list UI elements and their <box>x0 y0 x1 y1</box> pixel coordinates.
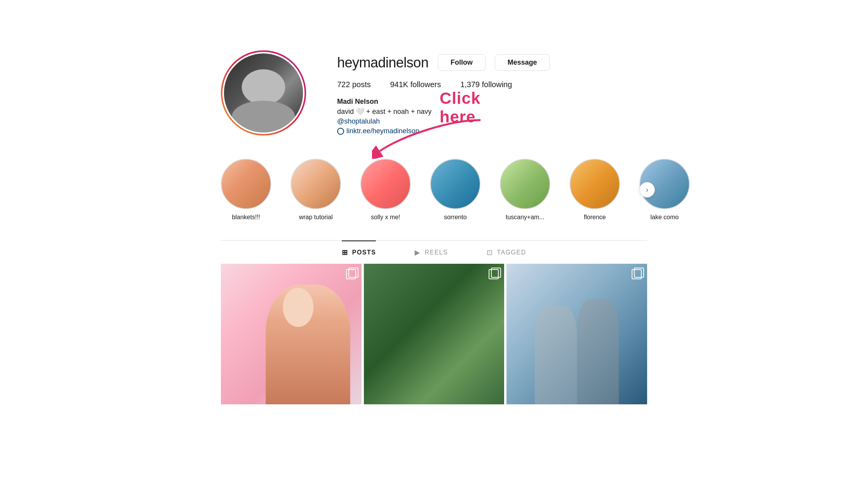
story-circle-blankets <box>221 159 271 209</box>
stories-section: blankets!!! wrap tutorial solly x me! so… <box>221 159 647 221</box>
avatar-gradient-ring <box>221 50 306 136</box>
bio-name: Madi Nelson <box>337 98 647 106</box>
posts-grid-icon: ⊞ <box>342 248 348 257</box>
followers-count[interactable]: 941K followers <box>390 80 441 89</box>
multi-post-indicator-2 <box>489 269 499 279</box>
stories-next-button[interactable]: › <box>639 182 655 198</box>
story-label-sorrento: sorrento <box>444 214 467 221</box>
link-icon <box>337 128 344 135</box>
posts-grid <box>221 264 647 404</box>
reels-icon: ▶ <box>415 248 421 257</box>
message-button[interactable]: Message <box>495 54 550 71</box>
story-item-florence[interactable]: florence <box>570 159 620 221</box>
story-circle-tuscany <box>500 159 550 209</box>
story-circle-solly <box>360 159 411 209</box>
multi-post-indicator-3 <box>632 269 642 279</box>
stats-row: 722 posts 941K followers 1,379 following <box>337 80 647 89</box>
tab-tagged-label: TAGGED <box>497 249 526 256</box>
tab-posts[interactable]: ⊞ POSTS <box>342 241 376 264</box>
tab-posts-label: POSTS <box>352 249 376 256</box>
story-circle-wrap <box>291 159 341 209</box>
tab-reels[interactable]: ▶ REELS <box>415 241 448 264</box>
story-item-blankets[interactable]: blankets!!! <box>221 159 271 221</box>
username-row: heymadinelson Follow Message <box>337 54 647 71</box>
story-label-florence: florence <box>584 214 606 221</box>
post-item-1[interactable] <box>221 264 362 404</box>
posts-count[interactable]: 722 posts <box>337 80 371 89</box>
story-circle-florence <box>570 159 620 209</box>
username: heymadinelson <box>337 55 429 71</box>
tabs-row: ⊞ POSTS ▶ REELS ⊡ TAGGED <box>221 241 647 264</box>
story-circle-sorrento <box>430 159 480 209</box>
story-item-sorrento[interactable]: sorrento <box>430 159 480 221</box>
following-count[interactable]: 1,379 following <box>460 80 512 89</box>
multi-post-indicator-1 <box>346 269 356 279</box>
follow-button[interactable]: Follow <box>438 54 486 71</box>
avatar <box>224 53 303 132</box>
tab-reels-label: REELS <box>425 249 448 256</box>
story-label-blankets: blankets!!! <box>232 214 260 221</box>
story-label-lakecomo: lake como <box>651 214 679 221</box>
story-label-solly: solly x me! <box>371 214 400 221</box>
story-item-tuscany[interactable]: tuscany+am... <box>500 159 550 221</box>
tagged-icon: ⊡ <box>487 248 493 257</box>
story-label-wrap: wrap tutorial <box>299 214 332 221</box>
post-item-2[interactable] <box>364 264 505 404</box>
tab-tagged[interactable]: ⊡ TAGGED <box>487 241 526 264</box>
annotation-arrow <box>372 112 496 159</box>
post-item-3[interactable] <box>506 264 647 404</box>
story-label-tuscany: tuscany+am... <box>506 214 544 221</box>
story-item-solly[interactable]: solly x me! <box>360 159 411 221</box>
story-item-wrap[interactable]: wrap tutorial <box>291 159 341 221</box>
